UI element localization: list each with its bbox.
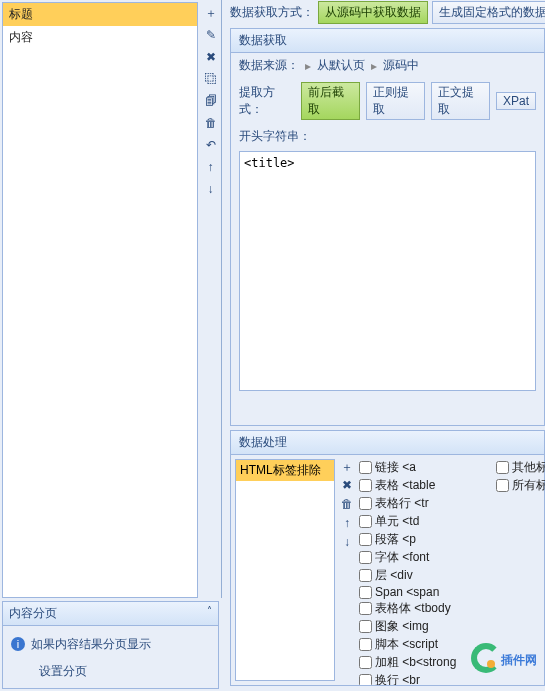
pager-msg: i如果内容结果分页显示 xyxy=(11,636,210,653)
src-opt-default[interactable]: 从默认页 xyxy=(317,57,365,74)
mode-row: 数据获取方式： 从源码中获取数据 生成固定格式的数据 xyxy=(230,0,545,24)
field-toolbar: ＋ ✎ ✖ ⿻ 🗐 🗑 ↶ ↑ ↓ xyxy=(200,0,222,598)
tag-checklist-right: 其他标所有标 xyxy=(494,455,544,685)
fields-list: 标题 内容 xyxy=(2,2,198,598)
tag-check-row[interactable]: 脚本 <script xyxy=(359,636,492,653)
tag-label: 加粗 <b<strong xyxy=(375,654,456,671)
tag-check-row[interactable]: 表格行 <tr xyxy=(359,495,492,512)
add-icon[interactable]: ＋ xyxy=(202,4,220,22)
trash-icon[interactable]: 🗑 xyxy=(339,497,355,513)
tag-check-row[interactable]: 单元 <td xyxy=(359,513,492,530)
tag-label: 单元 <td xyxy=(375,513,419,530)
ext-xpath-button[interactable]: XPat xyxy=(496,92,536,110)
pager-panel: 内容分页 ˄ i如果内容结果分页显示 设置分页 xyxy=(2,601,219,689)
movedown-icon[interactable]: ↓ xyxy=(202,180,220,198)
tag-checklist: 链接 <a表格 <table表格行 <tr单元 <td段落 <p字体 <font… xyxy=(357,455,494,685)
edit-icon[interactable]: ✎ xyxy=(202,26,220,44)
add-icon[interactable]: ＋ xyxy=(339,459,355,475)
src-opt-source[interactable]: 源码中 xyxy=(383,57,419,74)
tag-label: 脚本 <script xyxy=(375,636,438,653)
tag-checkbox[interactable] xyxy=(359,461,372,474)
moveup-icon[interactable]: ↑ xyxy=(202,158,220,176)
tag-label: 链接 <a xyxy=(375,459,416,476)
tag-check-row[interactable]: 链接 <a xyxy=(359,459,492,476)
tag-label: 段落 <p xyxy=(375,531,416,548)
delete-icon[interactable]: ✖ xyxy=(202,48,220,66)
paste-icon[interactable]: 🗐 xyxy=(202,92,220,110)
pager-title[interactable]: 内容分页 ˄ xyxy=(3,602,218,626)
tag-checkbox[interactable] xyxy=(359,569,372,582)
tag-checkbox[interactable] xyxy=(359,515,372,528)
tag-label: 所有标 xyxy=(512,477,545,494)
tag-checkbox[interactable] xyxy=(359,674,372,685)
delete-icon[interactable]: ✖ xyxy=(339,478,355,494)
tag-check-row[interactable]: 其他标 xyxy=(496,459,542,476)
ext-content-button[interactable]: 正文提取 xyxy=(431,82,490,120)
tag-checkbox[interactable] xyxy=(359,656,372,669)
tag-check-row[interactable]: 层 <div xyxy=(359,567,492,584)
rule-toolbar: ＋ ✖ 🗑 ↑ ↓ xyxy=(339,455,357,685)
mode-label: 数据获取方式： xyxy=(230,4,314,21)
tag-checkbox[interactable] xyxy=(496,461,509,474)
tag-label: 图象 <img xyxy=(375,618,429,635)
acquire-section: 数据获取 数据来源： ▸ 从默认页 ▸ 源码中 提取方式： 前后截取 正则提取 … xyxy=(230,28,545,426)
process-title: 数据处理 xyxy=(231,431,544,455)
tag-label: 表格 <table xyxy=(375,477,435,494)
tag-label: 表格体 <tbody xyxy=(375,600,451,617)
rule-list: HTML标签排除 xyxy=(235,459,335,681)
tag-label: 其他标 xyxy=(512,459,545,476)
trash-icon[interactable]: 🗑 xyxy=(202,114,220,132)
tag-check-row[interactable]: 表格 <table xyxy=(359,477,492,494)
ext-regex-button[interactable]: 正则提取 xyxy=(366,82,425,120)
pager-link[interactable]: 设置分页 xyxy=(39,663,210,680)
tag-label: 字体 <font xyxy=(375,549,429,566)
start-label: 开头字符串： xyxy=(239,128,311,145)
tag-check-row[interactable]: 图象 <img xyxy=(359,618,492,635)
tag-checkbox[interactable] xyxy=(496,479,509,492)
moveup-icon[interactable]: ↑ xyxy=(339,516,355,532)
tag-checkbox[interactable] xyxy=(359,479,372,492)
tag-checkbox[interactable] xyxy=(359,602,372,615)
tag-checkbox[interactable] xyxy=(359,497,372,510)
ext-cut-button[interactable]: 前后截取 xyxy=(301,82,360,120)
rule-item[interactable]: HTML标签排除 xyxy=(236,460,334,481)
tag-label: Span <span xyxy=(375,585,439,599)
tab-fixed[interactable]: 生成固定格式的数据 xyxy=(432,1,545,24)
collapse-icon[interactable]: ˄ xyxy=(207,605,212,616)
copy-icon[interactable]: ⿻ xyxy=(202,70,220,88)
ext-label: 提取方式： xyxy=(239,84,295,118)
tag-check-row[interactable]: 表格体 <tbody xyxy=(359,600,492,617)
tag-check-row[interactable]: 加粗 <b<strong xyxy=(359,654,492,671)
src-label: 数据来源： xyxy=(239,57,299,74)
process-section: 数据处理 HTML标签排除 ＋ ✖ 🗑 ↑ ↓ 链接 <a表格 <table表格… xyxy=(230,430,545,686)
movedown-icon[interactable]: ↓ xyxy=(339,535,355,551)
start-string-input[interactable] xyxy=(239,151,536,391)
tag-check-row[interactable]: Span <span xyxy=(359,585,492,599)
tag-checkbox[interactable] xyxy=(359,586,372,599)
tag-checkbox[interactable] xyxy=(359,533,372,546)
tag-checkbox[interactable] xyxy=(359,638,372,651)
chevron-right-icon: ▸ xyxy=(305,59,311,73)
chevron-right-icon: ▸ xyxy=(371,59,377,73)
tag-check-row[interactable]: 字体 <font xyxy=(359,549,492,566)
undo-icon[interactable]: ↶ xyxy=(202,136,220,154)
field-item[interactable]: 内容 xyxy=(3,26,197,49)
info-icon: i xyxy=(11,637,25,651)
tag-checkbox[interactable] xyxy=(359,551,372,564)
acquire-title: 数据获取 xyxy=(231,29,544,53)
tag-checkbox[interactable] xyxy=(359,620,372,633)
tag-check-row[interactable]: 换行 <br xyxy=(359,672,492,685)
tag-label: 表格行 <tr xyxy=(375,495,429,512)
tag-label: 换行 <br xyxy=(375,672,420,685)
pager-title-text: 内容分页 xyxy=(9,606,57,620)
field-item[interactable]: 标题 xyxy=(3,3,197,26)
tag-label: 层 <div xyxy=(375,567,413,584)
tag-check-row[interactable]: 所有标 xyxy=(496,477,542,494)
tag-check-row[interactable]: 段落 <p xyxy=(359,531,492,548)
tab-source[interactable]: 从源码中获取数据 xyxy=(318,1,428,24)
